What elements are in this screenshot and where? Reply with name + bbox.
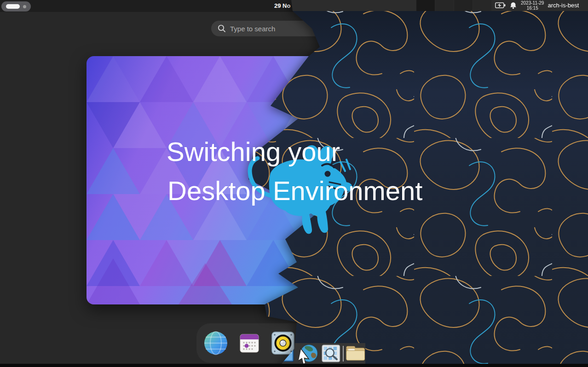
title-line-2: Desktop Environment xyxy=(167,175,422,206)
bottom-letterbox xyxy=(0,364,588,367)
xfce-clock[interactable]: 2023-11-29 16:15 xyxy=(521,0,544,11)
file-manager-icon[interactable] xyxy=(346,345,365,362)
workspace-indicator[interactable] xyxy=(1,1,31,11)
speaker-icon xyxy=(271,332,294,355)
battery-icon[interactable] xyxy=(495,2,506,9)
workspace-cell-1[interactable] xyxy=(416,0,435,11)
hostname-label: arch-is-best xyxy=(548,0,579,11)
workspace-cell-2[interactable] xyxy=(435,0,454,11)
dash-app-web[interactable] xyxy=(204,331,228,355)
workspace-active-pill xyxy=(6,4,20,9)
gnome-clock[interactable]: 29 No xyxy=(274,0,290,12)
workspace-cell-3[interactable] xyxy=(454,0,473,11)
xfce-clock-date: 2023-11-29 xyxy=(521,0,544,6)
dock-separator xyxy=(343,346,344,361)
dash-app-speaker[interactable] xyxy=(271,331,295,355)
application-finder-icon[interactable] xyxy=(322,344,341,363)
desktop-composite: 29 No Type to search xyxy=(0,0,588,367)
search-placeholder: Type to search xyxy=(230,25,275,33)
web-browser-icon xyxy=(204,331,228,355)
dash-app-calendar[interactable] xyxy=(237,331,261,355)
workspace-pager xyxy=(416,0,492,11)
title-line-1: Switching your xyxy=(167,136,340,167)
workspace-cell-4[interactable] xyxy=(473,0,491,11)
xfce-tray: 2023-11-29 16:15 arch-is-best xyxy=(495,0,579,11)
workspace-dot xyxy=(23,5,26,8)
web-browser-globe-icon[interactable] xyxy=(298,344,318,364)
xfce-clock-time: 16:15 xyxy=(527,6,538,11)
notification-bell-icon[interactable] xyxy=(509,2,517,10)
calendar-icon xyxy=(239,333,259,354)
search-icon xyxy=(218,24,226,33)
